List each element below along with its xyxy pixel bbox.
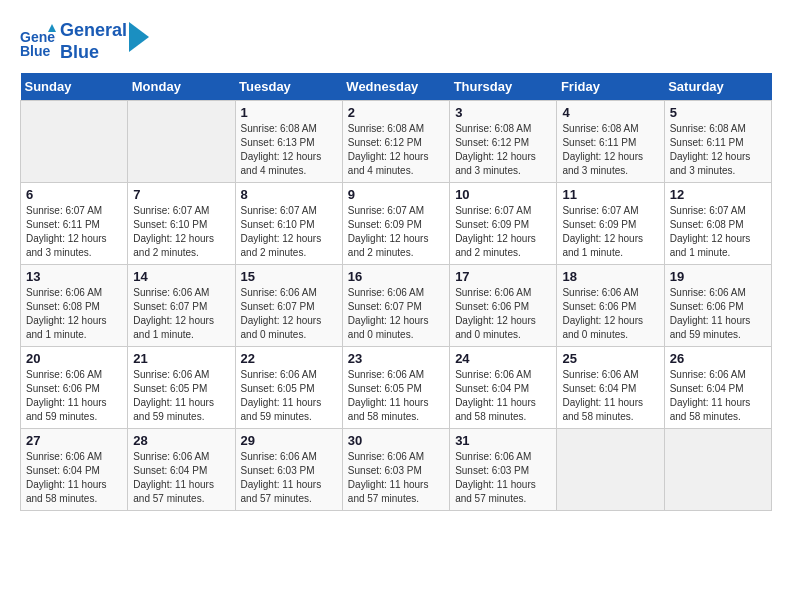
calendar-cell: 17Sunrise: 6:06 AM Sunset: 6:06 PM Dayli…	[450, 265, 557, 347]
calendar-cell: 16Sunrise: 6:06 AM Sunset: 6:07 PM Dayli…	[342, 265, 449, 347]
day-number: 10	[455, 187, 551, 202]
day-number: 13	[26, 269, 122, 284]
calendar-cell: 1Sunrise: 6:08 AM Sunset: 6:13 PM Daylig…	[235, 101, 342, 183]
col-header-wednesday: Wednesday	[342, 73, 449, 101]
day-number: 16	[348, 269, 444, 284]
day-number: 21	[133, 351, 229, 366]
day-number: 22	[241, 351, 337, 366]
day-number: 11	[562, 187, 658, 202]
day-info: Sunrise: 6:06 AM Sunset: 6:04 PM Dayligh…	[670, 368, 766, 424]
calendar-cell: 5Sunrise: 6:08 AM Sunset: 6:11 PM Daylig…	[664, 101, 771, 183]
day-info: Sunrise: 6:06 AM Sunset: 6:06 PM Dayligh…	[455, 286, 551, 342]
logo-arrow-icon	[129, 22, 149, 52]
col-header-friday: Friday	[557, 73, 664, 101]
calendar-cell: 28Sunrise: 6:06 AM Sunset: 6:04 PM Dayli…	[128, 429, 235, 511]
col-header-sunday: Sunday	[21, 73, 128, 101]
col-header-saturday: Saturday	[664, 73, 771, 101]
day-info: Sunrise: 6:07 AM Sunset: 6:10 PM Dayligh…	[241, 204, 337, 260]
calendar-cell: 30Sunrise: 6:06 AM Sunset: 6:03 PM Dayli…	[342, 429, 449, 511]
day-info: Sunrise: 6:07 AM Sunset: 6:10 PM Dayligh…	[133, 204, 229, 260]
calendar-cell: 27Sunrise: 6:06 AM Sunset: 6:04 PM Dayli…	[21, 429, 128, 511]
calendar-cell: 29Sunrise: 6:06 AM Sunset: 6:03 PM Dayli…	[235, 429, 342, 511]
day-info: Sunrise: 6:07 AM Sunset: 6:09 PM Dayligh…	[562, 204, 658, 260]
day-number: 30	[348, 433, 444, 448]
svg-marker-3	[48, 24, 56, 32]
calendar-cell: 22Sunrise: 6:06 AM Sunset: 6:05 PM Dayli…	[235, 347, 342, 429]
col-header-tuesday: Tuesday	[235, 73, 342, 101]
calendar-week-3: 13Sunrise: 6:06 AM Sunset: 6:08 PM Dayli…	[21, 265, 772, 347]
day-number: 26	[670, 351, 766, 366]
calendar-cell: 6Sunrise: 6:07 AM Sunset: 6:11 PM Daylig…	[21, 183, 128, 265]
calendar-week-1: 1Sunrise: 6:08 AM Sunset: 6:13 PM Daylig…	[21, 101, 772, 183]
day-number: 23	[348, 351, 444, 366]
day-info: Sunrise: 6:06 AM Sunset: 6:03 PM Dayligh…	[241, 450, 337, 506]
logo: General Blue General Blue	[20, 20, 149, 63]
day-info: Sunrise: 6:07 AM Sunset: 6:08 PM Dayligh…	[670, 204, 766, 260]
calendar-cell: 13Sunrise: 6:06 AM Sunset: 6:08 PM Dayli…	[21, 265, 128, 347]
calendar-week-2: 6Sunrise: 6:07 AM Sunset: 6:11 PM Daylig…	[21, 183, 772, 265]
calendar-cell: 3Sunrise: 6:08 AM Sunset: 6:12 PM Daylig…	[450, 101, 557, 183]
day-number: 5	[670, 105, 766, 120]
day-info: Sunrise: 6:06 AM Sunset: 6:07 PM Dayligh…	[241, 286, 337, 342]
day-info: Sunrise: 6:08 AM Sunset: 6:11 PM Dayligh…	[670, 122, 766, 178]
col-header-thursday: Thursday	[450, 73, 557, 101]
day-info: Sunrise: 6:06 AM Sunset: 6:08 PM Dayligh…	[26, 286, 122, 342]
day-info: Sunrise: 6:06 AM Sunset: 6:07 PM Dayligh…	[348, 286, 444, 342]
calendar-cell	[664, 429, 771, 511]
day-info: Sunrise: 6:06 AM Sunset: 6:05 PM Dayligh…	[241, 368, 337, 424]
calendar-cell: 14Sunrise: 6:06 AM Sunset: 6:07 PM Dayli…	[128, 265, 235, 347]
day-info: Sunrise: 6:06 AM Sunset: 6:03 PM Dayligh…	[455, 450, 551, 506]
day-info: Sunrise: 6:07 AM Sunset: 6:11 PM Dayligh…	[26, 204, 122, 260]
day-number: 24	[455, 351, 551, 366]
day-number: 15	[241, 269, 337, 284]
day-number: 29	[241, 433, 337, 448]
calendar-cell: 4Sunrise: 6:08 AM Sunset: 6:11 PM Daylig…	[557, 101, 664, 183]
calendar-cell	[21, 101, 128, 183]
calendar-cell: 25Sunrise: 6:06 AM Sunset: 6:04 PM Dayli…	[557, 347, 664, 429]
calendar-cell: 15Sunrise: 6:06 AM Sunset: 6:07 PM Dayli…	[235, 265, 342, 347]
calendar-week-5: 27Sunrise: 6:06 AM Sunset: 6:04 PM Dayli…	[21, 429, 772, 511]
calendar-cell	[557, 429, 664, 511]
day-info: Sunrise: 6:06 AM Sunset: 6:06 PM Dayligh…	[670, 286, 766, 342]
day-info: Sunrise: 6:07 AM Sunset: 6:09 PM Dayligh…	[348, 204, 444, 260]
col-header-monday: Monday	[128, 73, 235, 101]
calendar-cell: 7Sunrise: 6:07 AM Sunset: 6:10 PM Daylig…	[128, 183, 235, 265]
day-info: Sunrise: 6:06 AM Sunset: 6:05 PM Dayligh…	[348, 368, 444, 424]
day-info: Sunrise: 6:07 AM Sunset: 6:09 PM Dayligh…	[455, 204, 551, 260]
calendar-cell: 19Sunrise: 6:06 AM Sunset: 6:06 PM Dayli…	[664, 265, 771, 347]
day-number: 31	[455, 433, 551, 448]
day-info: Sunrise: 6:06 AM Sunset: 6:07 PM Dayligh…	[133, 286, 229, 342]
day-number: 20	[26, 351, 122, 366]
logo-blue: Blue	[60, 42, 127, 64]
day-info: Sunrise: 6:06 AM Sunset: 6:06 PM Dayligh…	[562, 286, 658, 342]
calendar-cell: 10Sunrise: 6:07 AM Sunset: 6:09 PM Dayli…	[450, 183, 557, 265]
day-info: Sunrise: 6:06 AM Sunset: 6:05 PM Dayligh…	[133, 368, 229, 424]
calendar-header-row: SundayMondayTuesdayWednesdayThursdayFrid…	[21, 73, 772, 101]
calendar-cell: 11Sunrise: 6:07 AM Sunset: 6:09 PM Dayli…	[557, 183, 664, 265]
calendar-cell: 18Sunrise: 6:06 AM Sunset: 6:06 PM Dayli…	[557, 265, 664, 347]
day-info: Sunrise: 6:08 AM Sunset: 6:12 PM Dayligh…	[348, 122, 444, 178]
calendar-week-4: 20Sunrise: 6:06 AM Sunset: 6:06 PM Dayli…	[21, 347, 772, 429]
day-number: 17	[455, 269, 551, 284]
day-number: 14	[133, 269, 229, 284]
day-number: 27	[26, 433, 122, 448]
day-number: 3	[455, 105, 551, 120]
day-number: 1	[241, 105, 337, 120]
day-number: 6	[26, 187, 122, 202]
svg-marker-4	[129, 22, 149, 52]
calendar-cell: 9Sunrise: 6:07 AM Sunset: 6:09 PM Daylig…	[342, 183, 449, 265]
day-info: Sunrise: 6:06 AM Sunset: 6:04 PM Dayligh…	[455, 368, 551, 424]
calendar-cell: 2Sunrise: 6:08 AM Sunset: 6:12 PM Daylig…	[342, 101, 449, 183]
day-number: 28	[133, 433, 229, 448]
calendar-cell: 23Sunrise: 6:06 AM Sunset: 6:05 PM Dayli…	[342, 347, 449, 429]
day-info: Sunrise: 6:08 AM Sunset: 6:13 PM Dayligh…	[241, 122, 337, 178]
calendar-cell: 26Sunrise: 6:06 AM Sunset: 6:04 PM Dayli…	[664, 347, 771, 429]
calendar-cell: 24Sunrise: 6:06 AM Sunset: 6:04 PM Dayli…	[450, 347, 557, 429]
day-number: 12	[670, 187, 766, 202]
day-number: 2	[348, 105, 444, 120]
day-number: 25	[562, 351, 658, 366]
day-number: 18	[562, 269, 658, 284]
day-info: Sunrise: 6:06 AM Sunset: 6:06 PM Dayligh…	[26, 368, 122, 424]
day-number: 4	[562, 105, 658, 120]
day-info: Sunrise: 6:08 AM Sunset: 6:12 PM Dayligh…	[455, 122, 551, 178]
